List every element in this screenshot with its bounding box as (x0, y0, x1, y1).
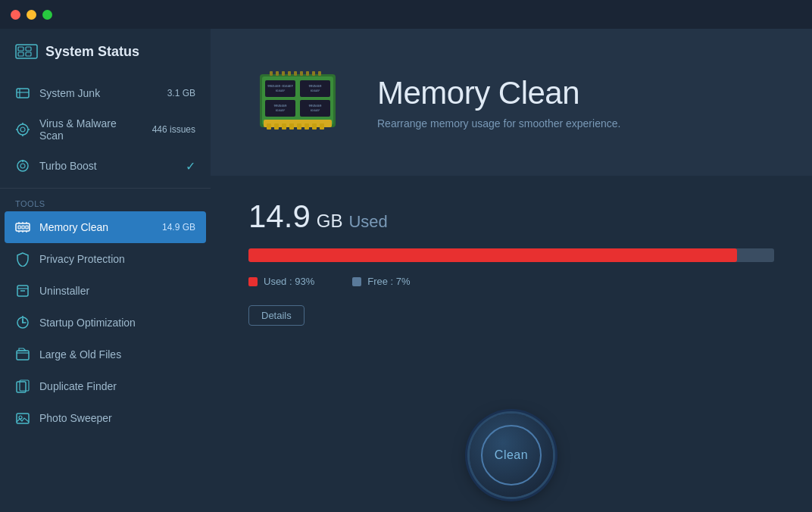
uninstaller-icon (15, 283, 30, 298)
svg-text:016AEF: 016AEF (311, 109, 320, 112)
svg-text:016AEF: 016AEF (276, 109, 286, 112)
hero-text: Memory Clean Rearrange memory usage for … (377, 75, 620, 130)
sidebar-title: System Status (45, 44, 139, 60)
sidebar-item-duplicate-finder[interactable]: Duplicate Finder (0, 370, 211, 402)
memory-clean-icon (15, 220, 30, 235)
clean-button[interactable]: Clean (470, 414, 553, 497)
svg-point-14 (17, 161, 28, 171)
large-old-files-label: Large & Old Files (39, 348, 195, 361)
svg-rect-56 (265, 100, 295, 117)
svg-rect-5 (17, 89, 29, 98)
svg-text:016AEF: 016AEF (276, 89, 286, 92)
svg-rect-19 (22, 226, 24, 229)
sidebar-header: System Status (0, 29, 211, 77)
startup-optimization-label: Startup Optimization (39, 317, 195, 329)
ram-chip-svg: 99U5469-016AEF 016AEF 99U5469 016AEF 99U… (248, 52, 347, 150)
svg-rect-2 (18, 52, 23, 56)
svg-rect-20 (26, 226, 28, 229)
maximize-button[interactable] (42, 10, 52, 20)
hero-subtitle: Rearrange memory usage for smoother expe… (377, 117, 620, 130)
sidebar-item-startup-optimization[interactable]: Startup Optimization (0, 307, 211, 339)
svg-rect-18 (18, 226, 20, 229)
legend-free-label: Free : 7% (367, 276, 410, 287)
svg-rect-64 (282, 71, 285, 76)
svg-rect-66 (294, 71, 297, 76)
svg-rect-70 (318, 71, 321, 76)
system-junk-badge: 3.1 GB (167, 88, 195, 98)
svg-point-13 (20, 127, 25, 132)
system-junk-icon (15, 86, 30, 101)
sidebar-item-memory-clean[interactable]: Memory Clean 14.9 GB (5, 211, 206, 243)
svg-rect-44 (282, 123, 286, 130)
svg-rect-53 (300, 80, 330, 97)
sidebar-item-large-old-files[interactable]: Large & Old Files (0, 339, 211, 370)
memory-clean-label: Memory Clean (39, 221, 153, 233)
memory-clean-hero-icon: 99U5469-016AEF 016AEF 99U5469 016AEF 99U… (248, 52, 347, 153)
memory-progress-fill (248, 248, 737, 262)
svg-text:016AEF: 016AEF (311, 89, 320, 92)
legend-free: Free : 7% (352, 276, 410, 287)
sidebar-item-system-junk[interactable]: System Junk 3.1 GB (0, 77, 211, 109)
photo-sweeper-label: Photo Sweeper (39, 412, 195, 424)
svg-rect-45 (289, 123, 294, 130)
svg-rect-63 (276, 71, 279, 76)
svg-rect-37 (17, 414, 29, 423)
memory-progress-bar (248, 248, 774, 262)
memory-used-number: 14.9 (248, 198, 311, 235)
memory-used-display: 14.9 GB Used (248, 198, 774, 235)
privacy-protection-icon (15, 251, 30, 267)
sidebar-item-photo-sweeper[interactable]: Photo Sweeper (0, 402, 211, 434)
legend-used-dot (248, 277, 258, 286)
turbo-boost-label: Turbo Boost (39, 160, 176, 172)
close-button[interactable] (11, 10, 20, 20)
sidebar-item-virus-malware[interactable]: Virus & Malware Scan 446 issues (0, 109, 211, 150)
memory-used-unit: GB (317, 211, 343, 232)
turbo-boost-icon (15, 158, 30, 173)
svg-point-38 (19, 416, 22, 419)
svg-rect-3 (26, 47, 31, 51)
clean-button-label: Clean (495, 448, 528, 462)
duplicate-finder-label: Duplicate Finder (39, 380, 195, 392)
svg-rect-69 (312, 71, 315, 76)
sidebar-item-uninstaller[interactable]: Uninstaller (0, 275, 211, 307)
svg-text:99U5469: 99U5469 (309, 104, 322, 108)
startup-optimization-icon (15, 315, 30, 330)
memory-clean-badge: 14.9 GB (162, 222, 195, 233)
sidebar: System Status System Junk 3.1 GB Virus & (0, 29, 211, 512)
virus-malware-badge: 446 issues (152, 124, 195, 135)
svg-text:99U5469: 99U5469 (274, 104, 287, 108)
svg-rect-50 (265, 80, 295, 97)
svg-rect-67 (300, 71, 303, 76)
clean-button-area: Clean (211, 402, 812, 512)
duplicate-finder-icon (15, 379, 30, 394)
svg-rect-48 (312, 123, 317, 130)
sidebar-item-turbo-boost[interactable]: Turbo Boost ✓ (0, 150, 211, 182)
content-area: 99U5469-016AEF 016AEF 99U5469 016AEF 99U… (211, 29, 812, 512)
svg-rect-49 (320, 123, 324, 130)
legend-used: Used : 93% (248, 276, 314, 287)
svg-rect-68 (306, 71, 309, 76)
svg-rect-62 (270, 71, 273, 76)
clean-button-inner: Clean (481, 425, 542, 485)
sidebar-item-privacy-protection[interactable]: Privacy Protection (0, 243, 211, 275)
svg-rect-1 (18, 47, 23, 51)
virus-malware-label: Virus & Malware Scan (39, 117, 143, 142)
memory-used-text: Used (348, 212, 387, 232)
svg-rect-47 (304, 123, 309, 130)
minimize-button[interactable] (27, 10, 36, 20)
large-old-files-icon (15, 347, 30, 362)
svg-point-15 (20, 164, 25, 168)
title-bar (0, 0, 812, 29)
svg-rect-59 (300, 100, 330, 117)
hero-section: 99U5469-016AEF 016AEF 99U5469 016AEF 99U… (211, 29, 812, 176)
svg-text:99U5469: 99U5469 (309, 84, 322, 88)
legend-used-label: Used : 93% (264, 276, 314, 287)
stats-section: 14.9 GB Used Used : 93% Free : 7% Detail… (211, 176, 812, 402)
privacy-protection-label: Privacy Protection (39, 253, 195, 265)
svg-point-8 (17, 124, 28, 135)
main-layout: System Status System Junk 3.1 GB Virus & (0, 29, 812, 512)
uninstaller-label: Uninstaller (39, 285, 195, 297)
traffic-lights (11, 10, 52, 20)
svg-text:99U5469-016AEF: 99U5469-016AEF (267, 84, 293, 88)
details-button[interactable]: Details (248, 305, 304, 326)
